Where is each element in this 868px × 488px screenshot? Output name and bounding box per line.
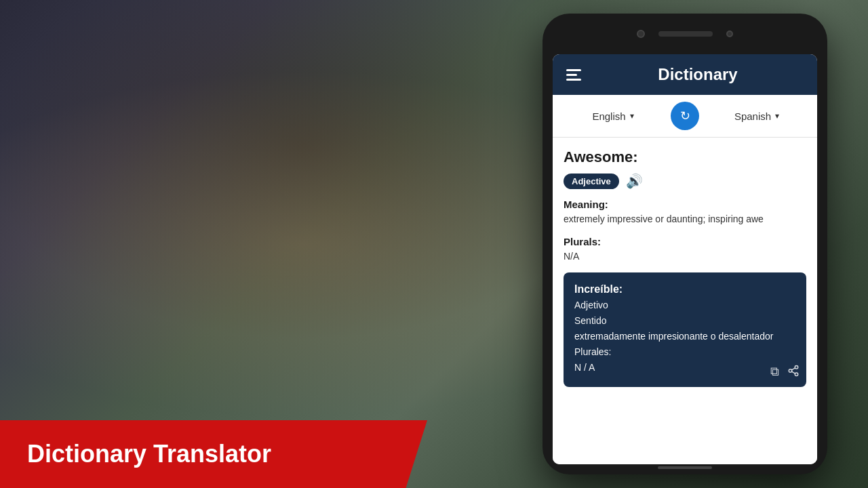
target-language-dropdown-arrow: ▾	[775, 111, 779, 121]
translation-meaning-value: extremadamente impresionante o desalenta…	[574, 329, 795, 344]
swap-languages-button[interactable]: ↻	[671, 102, 699, 130]
phone-speaker	[658, 31, 713, 37]
source-language-selector[interactable]: English ▾	[561, 110, 665, 122]
phone-frame: Dictionary English ▾ ↻ Spanish ▾ Awesome…	[542, 14, 827, 474]
target-language-selector[interactable]: Spanish ▾	[705, 110, 809, 122]
bottom-banner: Dictionary Translator	[0, 420, 427, 488]
source-language-dropdown-arrow: ▾	[630, 111, 634, 121]
menu-button[interactable]	[566, 69, 581, 81]
banner-text: Dictionary Translator	[27, 440, 271, 468]
hamburger-line-2	[566, 74, 577, 76]
word-title: Awesome:	[564, 148, 806, 166]
svg-point-1	[789, 369, 792, 373]
plurals-label: Plurals:	[564, 236, 806, 247]
phone-home-indicator	[658, 466, 712, 469]
copy-icon[interactable]: ⧉	[770, 365, 779, 380]
hamburger-line-3	[566, 79, 581, 81]
translation-word: Increíble:	[574, 283, 795, 296]
phone-top-bar	[617, 24, 753, 44]
translation-card: Increíble: Adjetivo Sentido extremadamen…	[564, 272, 806, 387]
language-selector-row: English ▾ ↻ Spanish ▾	[553, 95, 817, 138]
translation-plurals-value: N / A	[574, 361, 795, 375]
svg-point-0	[795, 366, 798, 369]
meaning-value: extremely impressive or daunting; inspir…	[564, 213, 806, 226]
svg-point-2	[795, 373, 798, 376]
share-icon[interactable]	[787, 365, 800, 380]
plurals-value: N/A	[564, 250, 806, 264]
source-language-label: English	[592, 110, 625, 122]
word-tags-row: Adjective 🔊	[564, 173, 806, 189]
dictionary-content: Awesome: Adjective 🔊 Meaning: extremely …	[553, 138, 817, 464]
card-actions: ⧉	[770, 365, 800, 380]
part-of-speech-tag: Adjective	[564, 174, 619, 189]
app-header: Dictionary	[553, 54, 817, 95]
translation-pos: Adjetivo	[574, 298, 795, 312]
phone-screen: Dictionary English ▾ ↻ Spanish ▾ Awesome…	[553, 54, 817, 464]
phone-camera-left	[637, 30, 645, 38]
phone-camera-right	[726, 30, 733, 37]
translation-meaning-label: Sentido	[574, 314, 795, 328]
speaker-icon[interactable]: 🔊	[626, 173, 643, 189]
meaning-label: Meaning:	[564, 199, 806, 210]
translation-plurals-label: Plurales:	[574, 345, 795, 359]
hamburger-line-1	[566, 69, 581, 71]
svg-line-3	[791, 371, 795, 373]
swap-icon: ↻	[680, 108, 690, 123]
app-title: Dictionary	[592, 65, 804, 84]
svg-line-4	[791, 368, 795, 370]
target-language-label: Spanish	[734, 110, 771, 122]
